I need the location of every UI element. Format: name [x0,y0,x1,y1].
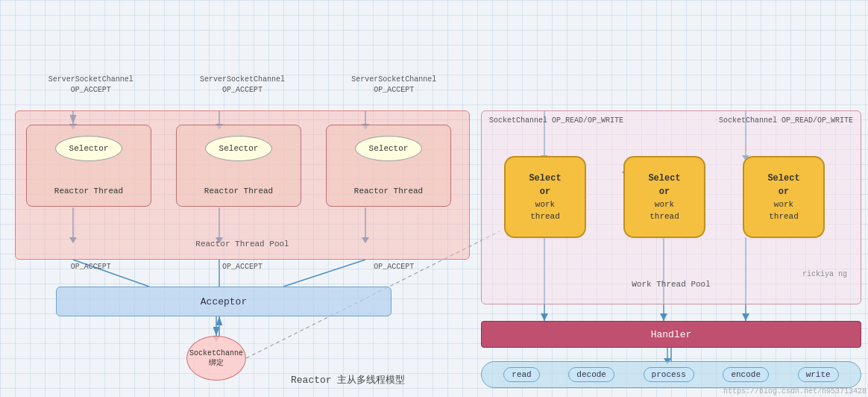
work-box-1: Select or work thread [504,156,586,238]
selector-oval-3: Selector [355,136,422,161]
left-panel: Selector Reactor Thread Selector Reactor… [15,110,470,260]
right-panel: SocketChannel OP_READ/OP_WRITE SocketCha… [481,110,861,304]
work-box-3: Select or work thread [743,156,825,238]
socket-oval: SocketChanne 绑定 [186,336,246,381]
reactor-box-2: Selector Reactor Thread [176,125,301,207]
op-accept-3: OP_ACCEPT [331,263,456,271]
svg-marker-30 [541,313,548,321]
watermark: https://blog.csdn.net/h953713428 [723,387,867,396]
svg-marker-31 [660,313,667,321]
reactor-label-1: Reactor Thread [27,187,151,196]
work-pool-label: Work Thread Pool [482,280,861,289]
selector-oval-2: Selector [205,136,272,161]
acceptor-box: Acceptor [56,287,391,316]
server-label-2: ServerSocketChannel OP_ACCEPT [180,75,305,96]
rickiyang-label: rickiya ng [802,269,847,280]
reactor-label-3: Reactor Thread [327,187,450,196]
reactor-pool-label: Reactor Thread Pool [16,240,469,248]
svg-marker-32 [742,313,749,321]
diagram-title: Reactor 主从多线程模型 [291,373,405,387]
bottom-item-encode: encode [723,367,769,382]
reactor-box-1: Selector Reactor Thread [26,125,151,207]
reactor-box-3: Selector Reactor Thread [326,125,451,207]
op-accept-1: OP_ACCEPT [28,263,154,271]
op-accept-2: OP_ACCEPT [180,263,305,271]
server-label-1: ServerSocketChannel OP_ACCEPT [28,75,154,96]
bottom-item-decode: decode [568,367,614,382]
bottom-item-read: read [503,367,539,382]
reactor-label-2: Reactor Thread [177,187,301,196]
socket-top-left: SocketChannel OP_READ/OP_WRITE [489,116,623,126]
handler-bar: Handler [481,321,861,348]
bottom-item-process: process [644,367,694,382]
bottom-item-write: write [798,367,839,382]
bottom-row: read decode process encode write [481,361,861,388]
work-box-2: Select or work thread [623,156,705,238]
socket-top-right: SocketChannel OP_READ/OP_WRITE [719,116,853,126]
server-label-3: ServerSocketChannel OP_ACCEPT [331,75,456,96]
selector-oval-1: Selector [55,136,122,161]
diagram: ServerSocketChannel OP_ACCEPT ServerSock… [0,0,868,397]
